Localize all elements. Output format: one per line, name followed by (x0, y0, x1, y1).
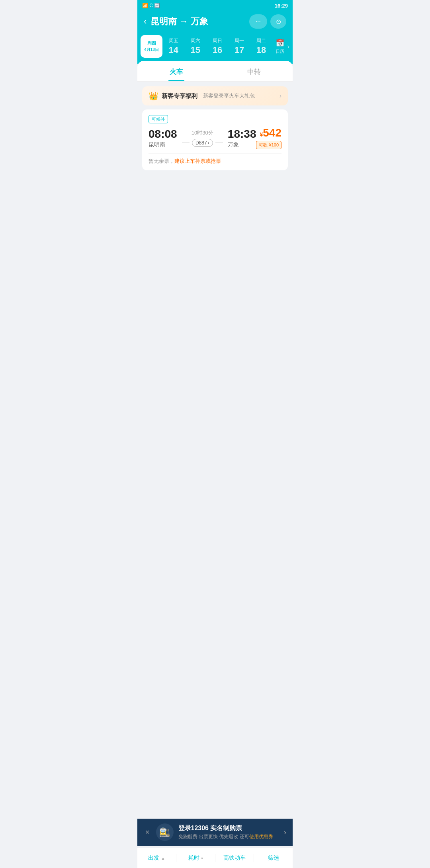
promo-arrow: › (280, 92, 281, 99)
bottom-nav: 出发 ▲ 耗时 ▾ 高铁动车 筛选 (137, 848, 293, 868)
duration-text: 10时30分 (192, 129, 213, 137)
weekday-sat: 周六 (191, 37, 200, 44)
tab-train[interactable]: 火车 (137, 61, 215, 81)
header: ‹ 昆明南 → 万象 ··· ⊙ (137, 11, 293, 33)
nav-depart[interactable]: 出发 ▲ (137, 852, 176, 864)
dest-station: 万象 (228, 141, 256, 148)
train-card[interactable]: 可候补 08:08 昆明南 10时30分 D887 › 18:38 (142, 109, 288, 170)
filter-label: 筛选 (268, 854, 279, 862)
calendar-icon: 📅 (276, 39, 284, 47)
nav-filter[interactable]: 筛选 (254, 852, 293, 864)
no-ticket-link[interactable]: 建议上车补票或抢票 (174, 158, 221, 164)
tag-row: 可候补 (149, 115, 281, 123)
cta-highlight-text: 使用优惠券 (249, 834, 273, 839)
arrive-time: 18:38 (228, 128, 256, 140)
camera-button[interactable]: ⊙ (270, 14, 286, 29)
date-item-mon[interactable]: 周一 17 (228, 35, 250, 58)
depart-label: 出发 (148, 854, 159, 862)
train-line: D887 › (182, 139, 223, 147)
promo-subtitle: 新客登录享火车大礼包 (203, 92, 255, 99)
origin-station: 昆明南 (149, 141, 177, 148)
train-station-icon: 🚉 (159, 827, 170, 837)
main-content: 火车 中转 👑 新客专享福利 新客登录享火车大礼包 › 可候补 08:08 昆明… (137, 61, 293, 210)
weekday-sun: 周日 (213, 37, 222, 44)
cta-title: 登录12306 实名制购票 (178, 824, 279, 833)
price-block: ¥542 可砍 ¥100 (256, 127, 281, 149)
no-ticket-row: 暂无余票，建议上车补票或抢票 (149, 153, 281, 165)
weekday-tue: 周二 (256, 37, 266, 44)
nav-duration[interactable]: 耗时 ▾ (176, 852, 215, 864)
day-sun: 16 (213, 45, 222, 55)
date-strip: 周四 4月13日 周五 14 周六 15 周日 16 周一 17 周二 18 📅… (137, 33, 293, 64)
middle-block: 10时30分 D887 › (177, 129, 228, 147)
duration-label: 耗时 (188, 854, 199, 862)
arrive-block: 18:38 万象 (228, 128, 256, 148)
date-item-sun[interactable]: 周日 16 (206, 35, 228, 58)
status-bar: 📶 C 🔄 16:29 (137, 0, 293, 11)
cta-text: 登录12306 实名制购票 免跑腿费 出票更快 优先退改 还可使用优惠券 (178, 824, 279, 840)
highspeed-label: 高铁动车 (223, 854, 246, 862)
header-left: ‹ 昆明南 → 万象 (144, 16, 208, 27)
depart-block: 08:08 昆明南 (149, 128, 177, 148)
route-arrow: → (179, 16, 188, 26)
day-sat: 15 (191, 45, 200, 55)
depart-time: 08:08 (149, 128, 177, 140)
cta-subtitle-text: 免跑腿费 出票更快 优先退改 还可 (178, 834, 249, 839)
train-number-badge: D887 › (192, 139, 213, 147)
header-right: ··· ⊙ (249, 14, 286, 29)
price-display: ¥542 (260, 127, 281, 139)
cta-close-button[interactable]: × (144, 827, 151, 838)
price-value: 542 (263, 127, 281, 139)
date-item-thu[interactable]: 周四 4月13日 (141, 35, 162, 58)
day-fri: 14 (168, 45, 178, 55)
depart-arrow: ▲ (161, 856, 165, 860)
more-button[interactable]: ··· (249, 14, 267, 29)
date-item-fri[interactable]: 周五 14 (162, 35, 184, 58)
day-tue: 18 (256, 45, 266, 55)
calendar-button[interactable]: 📅 日历 (272, 35, 287, 58)
calendar-label: 日历 (276, 49, 284, 55)
status-time: 16:29 (275, 3, 288, 9)
route-title: 昆明南 → 万象 (150, 16, 208, 27)
no-ticket-text: 暂无余票， (149, 158, 174, 164)
crown-icon: 👑 (149, 91, 158, 101)
line-bar-left (182, 142, 190, 143)
weekday-mon: 周一 (235, 37, 244, 44)
promo-left: 👑 新客专享福利 新客登录享火车大礼包 (149, 91, 255, 101)
destination-label: 万象 (191, 16, 208, 26)
promo-title: 新客专享福利 (162, 92, 197, 100)
discount-badge: 可砍 ¥100 (256, 141, 281, 149)
train-badge-arrow: › (208, 140, 209, 146)
day-mon: 17 (235, 45, 244, 55)
weekday-thu: 周四 (147, 40, 156, 46)
train-number: D887 (195, 140, 207, 146)
fulldate-thu: 4月13日 (144, 47, 159, 53)
cta-banner[interactable]: × 🚉 登录12306 实名制购票 免跑腿费 出票更快 优先退改 还可使用优惠券… (137, 819, 293, 846)
strip-arrow: › (287, 35, 289, 58)
cta-icon-wrap: 🚉 (156, 823, 174, 841)
back-button[interactable]: ‹ (144, 16, 147, 27)
tab-transfer[interactable]: 中转 (215, 61, 293, 81)
tabs: 火车 中转 (137, 61, 293, 82)
promo-banner[interactable]: 👑 新客专享福利 新客登录享火车大礼包 › (142, 86, 288, 105)
date-item-tue[interactable]: 周二 18 (250, 35, 272, 58)
cta-subtitle: 免跑腿费 出票更快 优先退改 还可使用优惠券 (178, 833, 279, 840)
train-main: 08:08 昆明南 10时30分 D887 › 18:38 万象 (149, 127, 281, 149)
nav-highspeed[interactable]: 高铁动车 (215, 852, 254, 864)
duration-arrow: ▾ (201, 856, 203, 860)
waitlist-tag: 可候补 (149, 115, 168, 123)
weekday-fri: 周五 (169, 37, 178, 44)
line-bar-right (215, 142, 223, 143)
cta-arrow: › (284, 828, 286, 837)
status-signals: 📶 C 🔄 (142, 3, 160, 8)
date-item-sat[interactable]: 周六 15 (184, 35, 206, 58)
origin-label: 昆明南 (150, 16, 177, 26)
